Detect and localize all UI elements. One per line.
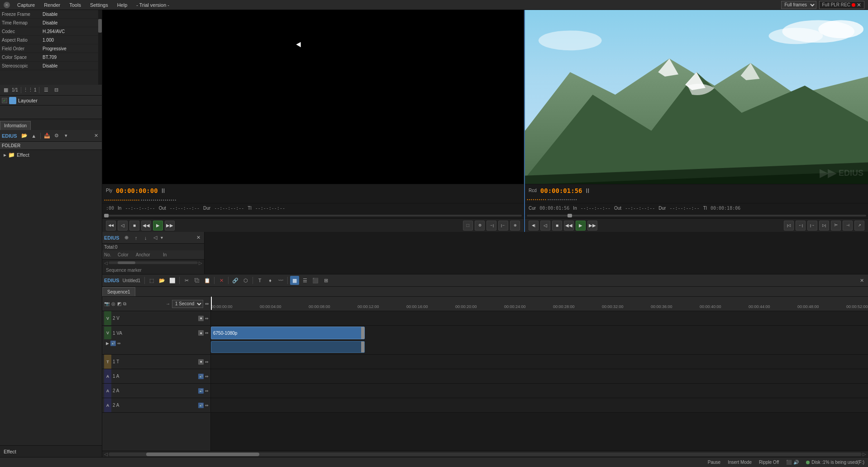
list-view-icon[interactable]: ☰ bbox=[42, 86, 50, 94]
track-expand-1a[interactable]: ⇔ bbox=[205, 374, 209, 379]
player-extra-button[interactable]: ⊕ bbox=[510, 221, 520, 231]
track-row-2v[interactable] bbox=[211, 311, 868, 326]
zoom-select[interactable]: 1 Second bbox=[172, 300, 203, 308]
tl-extra-view-icon[interactable]: ⊞ bbox=[321, 276, 330, 285]
recorder-thumb[interactable] bbox=[568, 214, 572, 217]
cp-down-icon[interactable]: ↓ bbox=[142, 234, 150, 242]
track-audio-mute-1va[interactable]: 🔊 bbox=[110, 341, 116, 346]
zoom-out-icon[interactable]: ⇔ bbox=[205, 301, 209, 306]
close-icon[interactable]: ✕ bbox=[857, 2, 861, 8]
cp-left-icon[interactable]: ◁ bbox=[151, 234, 159, 242]
track-audio-level-2a-2[interactable]: 🔊 bbox=[198, 403, 204, 408]
track-row-2a[interactable] bbox=[211, 384, 868, 398]
cp-dropdown-icon[interactable]: ▾ bbox=[161, 235, 163, 240]
magnet-icon[interactable]: ◎ bbox=[111, 301, 115, 306]
track-row-1va[interactable]: 6750-1080p bbox=[211, 326, 868, 355]
scroll-left-arrow-icon[interactable]: ◁ bbox=[104, 260, 108, 265]
information-tab-button[interactable]: Information bbox=[0, 121, 31, 130]
rec-rewind-button[interactable]: ◀◀ bbox=[564, 221, 574, 231]
rec-prev-button[interactable]: ◁ bbox=[540, 221, 550, 231]
player-play-button[interactable]: ▶ bbox=[153, 221, 163, 231]
tl-scroll-right-icon[interactable]: ▷ bbox=[863, 452, 866, 457]
tl-marker-icon[interactable]: ♦ bbox=[266, 276, 275, 285]
rec-prev-mark-btn[interactable]: ⊢ bbox=[831, 221, 841, 231]
tl-close-icon[interactable]: ✕ bbox=[857, 276, 866, 285]
track-expand-2v[interactable]: ⇔ bbox=[205, 316, 209, 321]
tl-timeline-view-icon[interactable]: ▦ bbox=[290, 276, 299, 285]
rec-marker-in-button[interactable]: ◀| bbox=[529, 221, 539, 231]
menu-tools[interactable]: Tools bbox=[67, 1, 83, 9]
player-in-button[interactable]: →| bbox=[486, 221, 496, 231]
rec-play-button[interactable]: ▶ bbox=[576, 221, 586, 231]
player-capture-button[interactable]: ⬚ bbox=[463, 221, 473, 231]
tl-paste-icon[interactable]: 📋 bbox=[203, 276, 212, 285]
layouter-checkbox[interactable]: ✓ bbox=[2, 98, 7, 103]
fullframes-select[interactable]: Full frames bbox=[781, 1, 816, 9]
folder-open-icon[interactable]: 📂 bbox=[20, 132, 29, 140]
recorder-scrubber[interactable]: ● ● ● ● ● ● ● ● ● ● ● ● ● ● ● ● ● ● ● ● … bbox=[525, 197, 868, 203]
sequence1-tab[interactable]: Sequence1 bbox=[102, 287, 135, 296]
tl-cut-icon[interactable]: ✂ bbox=[182, 276, 191, 285]
track-expand-1t[interactable]: ⇔ bbox=[205, 360, 209, 364]
rec-stop-button[interactable]: ■ bbox=[552, 221, 562, 231]
player-stop-button[interactable]: ■ bbox=[129, 221, 139, 231]
zoom-in-icon[interactable]: → bbox=[166, 301, 170, 306]
player-thumb-bar[interactable] bbox=[102, 213, 524, 218]
effect-folder-item[interactable]: ▶ 📁 Effect bbox=[0, 150, 102, 160]
track-mute-1va[interactable]: ■ bbox=[198, 330, 204, 336]
player-rewind-button[interactable]: ◀◀ bbox=[141, 221, 151, 231]
import-icon[interactable]: 📥 bbox=[43, 132, 51, 140]
timeline-scrollbar[interactable]: ◁ ▷ bbox=[102, 451, 868, 457]
tl-copy-icon[interactable]: ⿻ bbox=[192, 276, 201, 285]
track-expand-2a[interactable]: ⇔ bbox=[205, 389, 209, 393]
rec-mark-out-btn[interactable]: |→ bbox=[807, 221, 817, 231]
menu-capture[interactable]: Capture bbox=[15, 1, 37, 9]
tl-link-icon[interactable]: 🔗 bbox=[231, 276, 240, 285]
plr-rec-button[interactable]: Full PLR REC ✕ bbox=[819, 1, 864, 9]
clip-audio-end-handle[interactable] bbox=[361, 342, 365, 352]
track-expand-1va[interactable]: ⇔ bbox=[205, 331, 209, 335]
menu-help[interactable]: Help bbox=[115, 1, 129, 9]
clip-6750-1080p[interactable]: 6750-1080p bbox=[211, 327, 365, 339]
tl-folder-icon[interactable]: 📂 bbox=[157, 276, 167, 285]
tl-export-icon[interactable]: ⬜ bbox=[168, 276, 177, 285]
menu-settings[interactable]: Settings bbox=[88, 1, 110, 9]
track-row-1t[interactable] bbox=[211, 355, 868, 369]
track-expand-audio-1va[interactable]: ⇔ bbox=[117, 341, 121, 346]
cp-up-icon[interactable]: ↑ bbox=[132, 234, 140, 242]
track-audio-level-1a[interactable]: 🔊 bbox=[198, 374, 204, 379]
track-audio-level-2a[interactable]: 🔊 bbox=[198, 388, 204, 394]
player-marker-in-button[interactable]: ◀◀ bbox=[106, 221, 116, 231]
cp-add-icon[interactable]: ⊕ bbox=[123, 234, 131, 242]
rec-ff-button[interactable]: ▶▶ bbox=[587, 221, 597, 231]
ripple-mode-icon[interactable]: ◩ bbox=[117, 301, 121, 306]
rec-frame-out-btn[interactable]: ▷| bbox=[819, 221, 829, 231]
clip-audio-portion[interactable] bbox=[211, 341, 365, 353]
tl-add-track-icon[interactable]: T bbox=[255, 276, 264, 285]
track-expand-2a-2[interactable]: ⇔ bbox=[205, 403, 209, 408]
rec-next-mark-btn[interactable]: ⊣ bbox=[843, 221, 853, 231]
sync-icon[interactable]: ⧉ bbox=[123, 301, 126, 307]
player-ff-button[interactable]: ▶▶ bbox=[165, 221, 175, 231]
recorder-thumb-bar[interactable] bbox=[525, 213, 868, 218]
track-row-1a[interactable] bbox=[211, 369, 868, 384]
tl-wave-icon[interactable]: 〰 bbox=[276, 276, 285, 285]
camera-icon[interactable]: 📷 bbox=[104, 301, 110, 306]
scroll-right-arrow-icon[interactable]: ▷ bbox=[199, 260, 202, 265]
player-scrubber[interactable]: ● ● ● ● ● ● ● ● ● ● ● ● ● ● ● ● ● ● ● ● … bbox=[102, 197, 524, 203]
tl-list-view-icon[interactable]: ☰ bbox=[300, 276, 310, 285]
menu-render[interactable]: Render bbox=[42, 1, 62, 9]
player-out-button[interactable]: |← bbox=[498, 221, 508, 231]
tl-group-icon[interactable]: ⬡ bbox=[241, 276, 250, 285]
tracks-area[interactable]: 00:00:00:00 00:00:04:00 00:00:08:00 00:0… bbox=[211, 297, 868, 451]
player-prev-button[interactable]: ◁ bbox=[118, 221, 128, 231]
dropdown-icon[interactable]: ▾ bbox=[62, 132, 70, 140]
delete-icon[interactable]: ⊟ bbox=[52, 86, 60, 94]
settings-icon[interactable]: ⚙ bbox=[52, 132, 61, 140]
properties-scroll[interactable]: Freeze Frame Disable Time Remap Disable … bbox=[0, 10, 102, 85]
horizontal-scrollbar-track[interactable] bbox=[109, 261, 198, 264]
track-arrow-1va[interactable]: ▶ bbox=[106, 341, 109, 346]
rec-export-btn[interactable]: ↗ bbox=[854, 221, 864, 231]
track-mute-1t[interactable]: ■ bbox=[198, 359, 204, 365]
rec-mark-in-btn[interactable]: ←| bbox=[796, 221, 806, 231]
